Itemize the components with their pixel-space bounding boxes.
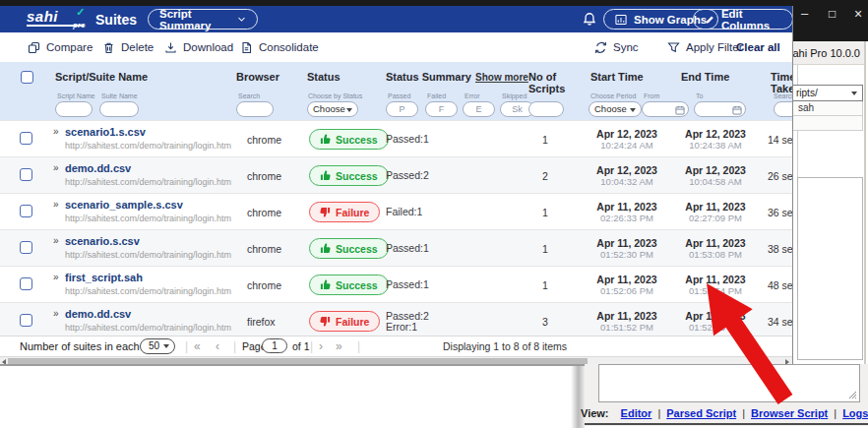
end-clock: 01:53:08 PM xyxy=(673,249,758,260)
row-checkbox[interactable] xyxy=(20,277,32,290)
row-checkbox[interactable] xyxy=(20,132,32,145)
row-checkbox[interactable] xyxy=(20,241,32,254)
script-name-link[interactable]: scenario1.s.csv xyxy=(65,126,146,138)
horizontal-scrollbar[interactable] xyxy=(0,356,793,364)
table-row: » scenario_sample.s.csv http://sahitest.… xyxy=(0,193,793,229)
end-time-cell: Apr 12, 2023 10:24:38 AM xyxy=(673,121,758,157)
status-label: Failure xyxy=(336,207,369,218)
script-name-filter-input[interactable] xyxy=(55,101,93,117)
error-filter-input[interactable] xyxy=(463,101,495,117)
consolidate-button[interactable]: Consolidate xyxy=(240,32,319,62)
no-of-scripts-cell: 2 xyxy=(527,170,563,182)
row-checkbox[interactable] xyxy=(20,168,32,181)
next-page-button[interactable]: › xyxy=(319,339,323,353)
browser-filter-input[interactable] xyxy=(236,101,274,117)
summary-line: Passed:1 xyxy=(386,243,429,254)
summary-type-dropdown[interactable]: Script Summary xyxy=(148,9,258,30)
failed-filter-input[interactable] xyxy=(425,101,458,117)
column-header-no-of-scripts[interactable]: No of Scripts xyxy=(528,71,568,94)
column-header-name[interactable]: Script/Suite Name xyxy=(55,71,148,83)
expand-row-icon[interactable]: » xyxy=(53,162,59,173)
suites-window: sahi ✓ pro Suites Script Summary xyxy=(0,6,793,364)
column-header-end-time[interactable]: End Time xyxy=(681,71,729,83)
view-link-logs[interactable]: Logs xyxy=(842,407,868,419)
view-link-editor[interactable]: Editor xyxy=(621,407,652,419)
script-name-link[interactable]: demo.dd.csv xyxy=(65,308,131,320)
status-summary-cell: Passed:2Error:1 xyxy=(386,303,429,339)
sync-button[interactable]: Sync xyxy=(594,32,639,62)
prev-page-button[interactable]: ‹ xyxy=(216,339,219,353)
resize-grip-icon[interactable] xyxy=(848,391,857,399)
expand-row-icon[interactable]: » xyxy=(53,272,59,282)
script-file-item[interactable]: sah xyxy=(785,101,863,116)
scroll-right-arrow-icon[interactable] xyxy=(785,359,789,364)
scroll-left-arrow-icon[interactable] xyxy=(2,359,6,364)
minimize-button[interactable]: – xyxy=(801,6,808,22)
row-checkbox[interactable] xyxy=(20,314,32,327)
notifications-bell-icon[interactable] xyxy=(582,11,597,28)
maximize-button[interactable]: □ xyxy=(829,6,836,22)
column-header-status[interactable]: Status xyxy=(307,71,341,83)
no-of-scripts-line1: No of xyxy=(528,71,556,83)
expand-row-icon[interactable]: » xyxy=(53,308,59,319)
from-date-input[interactable] xyxy=(642,101,689,117)
period-filter-select[interactable]: Choose xyxy=(589,101,642,117)
compare-button[interactable]: Compare xyxy=(28,32,93,62)
compare-label: Compare xyxy=(46,41,93,53)
column-header-time-taken[interactable]: Time Taken xyxy=(771,71,793,94)
status-badge: Success xyxy=(309,238,389,259)
column-header-start-time[interactable]: Start Time xyxy=(590,71,644,83)
status-filter-select[interactable]: Choose xyxy=(307,101,358,117)
script-name-link[interactable]: first_script.sah xyxy=(65,272,143,283)
view-link-browser-script[interactable]: Browser Script xyxy=(751,407,828,419)
end-time-cell: Apr 12, 2023 10:04:58 AM xyxy=(673,157,758,194)
apply-filter-label: Apply Filter xyxy=(686,41,743,53)
to-date-input[interactable] xyxy=(694,101,746,117)
delete-button[interactable]: Delete xyxy=(102,32,154,62)
expand-row-icon[interactable]: » xyxy=(53,199,59,210)
time-taken-filter-input[interactable] xyxy=(774,101,793,117)
from-filter-label: From xyxy=(644,92,659,99)
select-all-checkbox[interactable] xyxy=(21,71,33,84)
script-name-link[interactable]: demo.dd.csv xyxy=(65,162,131,174)
script-editor-textarea[interactable] xyxy=(598,364,860,402)
row-checkbox[interactable] xyxy=(20,205,32,217)
calendar-icon xyxy=(675,105,685,115)
status-filter-value: Choose xyxy=(313,103,345,114)
status-badge: Success xyxy=(309,275,389,295)
expand-row-icon[interactable]: » xyxy=(53,126,59,137)
script-name-link[interactable]: scenario_sample.s.csv xyxy=(65,199,183,211)
suite-name-filter-input[interactable] xyxy=(99,101,139,117)
edit-columns-button[interactable]: Edit Columns xyxy=(693,9,793,30)
toolbar: Compare Delete Download Consolidate xyxy=(0,32,793,62)
start-date: Apr 11, 2023 xyxy=(585,201,669,213)
passed-filter-input[interactable] xyxy=(386,101,418,117)
script-file-item-empty[interactable] xyxy=(785,116,863,131)
no-of-scripts-cell: 1 xyxy=(527,207,563,218)
browser-cell: chrome xyxy=(247,134,281,146)
download-label: Download xyxy=(183,41,233,53)
per-page-select[interactable]: 50 xyxy=(140,338,175,354)
column-header-status-summary[interactable]: Status Summary xyxy=(386,71,471,83)
clear-all-button[interactable]: Clear all xyxy=(736,32,780,62)
edit-columns-label: Edit Columns xyxy=(721,8,781,31)
apply-filter-button[interactable]: Apply Filter xyxy=(667,32,743,62)
last-page-button[interactable]: » xyxy=(336,339,342,353)
column-header-browser[interactable]: Browser xyxy=(236,71,279,83)
no-of-scripts-filter-input[interactable] xyxy=(528,101,564,117)
download-button[interactable]: Download xyxy=(164,32,233,62)
page-number-input[interactable]: 1 xyxy=(262,338,287,353)
calendar-icon xyxy=(732,105,742,115)
scrollbar-thumb[interactable] xyxy=(8,358,588,364)
sahi-pro-logo: sahi ✓ pro xyxy=(27,8,84,27)
view-link-parsed-script[interactable]: Parsed Script xyxy=(666,407,736,419)
table-row: » scenario.s.csv http://sahitest.com/dem… xyxy=(0,229,793,266)
expand-row-icon[interactable]: » xyxy=(53,235,59,246)
scripts-directory-select[interactable]: ripts/ xyxy=(785,85,863,101)
script-name-link[interactable]: scenario.s.csv xyxy=(65,235,140,247)
show-more-link[interactable]: Show more xyxy=(475,72,528,83)
close-button[interactable]: × xyxy=(854,6,862,22)
start-clock: 02:26:33 PM xyxy=(585,213,669,223)
first-page-button[interactable]: « xyxy=(194,339,201,353)
start-date: Apr 11, 2023 xyxy=(585,237,669,249)
